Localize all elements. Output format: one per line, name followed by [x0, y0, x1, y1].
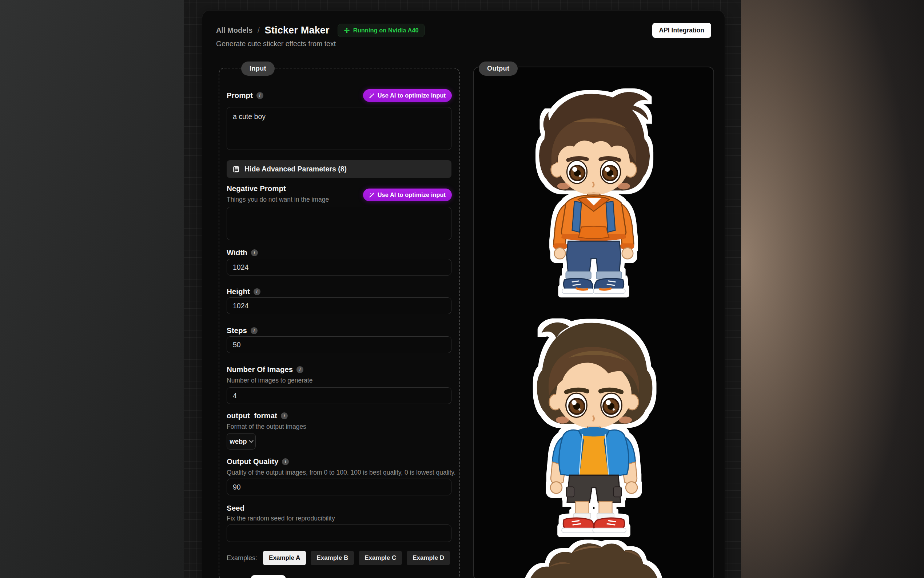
seed-label: Seed [227, 504, 244, 513]
negative-prompt-label: Negative Prompt [227, 184, 286, 193]
output-format-label-row: output_format [227, 411, 288, 420]
page-subtitle: Generate cute sticker effects from text [216, 40, 336, 48]
api-integration-button[interactable]: API Integration [652, 23, 711, 38]
magic-wand-icon [369, 192, 375, 198]
breadcrumb: All Models / Sticker Maker Running on Nv… [216, 24, 425, 37]
model-card: All Models / Sticker Maker Running on Nv… [202, 10, 725, 578]
output-image-3[interactable] [527, 540, 661, 578]
width-label-row: Width [227, 248, 258, 257]
info-icon[interactable] [256, 92, 264, 99]
list-icon [233, 166, 240, 173]
info-icon[interactable] [251, 249, 258, 256]
breadcrumb-separator: / [257, 26, 260, 34]
height-input[interactable] [227, 297, 451, 314]
seed-desc: Fix the random seed for reproducibility [227, 515, 335, 522]
output-image-2[interactable] [522, 312, 666, 536]
input-panel: Prompt Use AI to optimize input a cute b… [218, 68, 460, 578]
info-icon[interactable] [281, 412, 288, 419]
prompt-label-row: Prompt [227, 91, 264, 100]
num-images-label-row: Number Of Images [227, 365, 303, 374]
example-b-button[interactable]: Example B [311, 551, 354, 565]
output-panel [473, 67, 714, 578]
examples-row: Examples: Example A Example B Example C … [227, 551, 450, 565]
advanced-parameters-toggle[interactable]: Hide Advanced Parameters (8) [227, 160, 451, 178]
tab-input[interactable]: Input [241, 62, 275, 76]
steps-label-row: Steps [227, 326, 257, 335]
status-badge: Running on Nvidia A40 [338, 24, 425, 37]
tab-output[interactable]: Output [479, 62, 518, 76]
output-quality-input[interactable] [227, 479, 451, 495]
run-button[interactable]: Run [251, 575, 286, 578]
advanced-parameters-label: Hide Advanced Parameters (8) [244, 165, 347, 173]
breadcrumb-all-models-link[interactable]: All Models [216, 26, 252, 34]
output-quality-label-row: Output Quality [227, 457, 289, 466]
example-c-button[interactable]: Example C [359, 551, 402, 565]
optimize-negative-button[interactable]: Use AI to optimize input [363, 188, 452, 201]
negative-prompt-desc: Things you do not want in the image [227, 196, 329, 203]
output-image-1[interactable] [525, 83, 662, 298]
info-icon[interactable] [282, 458, 289, 465]
optimize-prompt-button[interactable]: Use AI to optimize input [363, 89, 452, 102]
example-d-button[interactable]: Example D [407, 551, 450, 565]
example-a-button[interactable]: Example A [263, 551, 306, 565]
num-images-input[interactable] [227, 387, 451, 404]
height-label-row: Height [227, 287, 261, 296]
width-input[interactable] [227, 259, 451, 276]
output-format-select[interactable]: webp [227, 433, 256, 450]
examples-label: Examples: [227, 554, 257, 562]
output-format-desc: Format of the output images [227, 423, 306, 430]
right-glow-background [741, 0, 924, 578]
info-icon[interactable] [296, 366, 303, 373]
prompt-textarea[interactable]: a cute boy [227, 107, 451, 150]
magic-wand-icon [369, 93, 375, 98]
page: All Models / Sticker Maker Running on Nv… [0, 0, 924, 578]
status-badge-label: Running on Nvidia A40 [353, 27, 419, 34]
info-icon[interactable] [251, 327, 257, 334]
left-gradient-background [0, 0, 184, 578]
negative-prompt-textarea[interactable] [227, 207, 451, 240]
gpu-fan-icon [344, 27, 350, 34]
page-title: Sticker Maker [265, 25, 330, 36]
prompt-label: Prompt [227, 91, 253, 100]
output-quality-desc: Quality of the output images, from 0 to … [227, 469, 456, 476]
chevron-down-icon [249, 438, 254, 443]
num-images-desc: Number of images to generate [227, 377, 312, 384]
info-icon[interactable] [254, 288, 261, 295]
seed-input[interactable] [227, 524, 451, 542]
steps-input[interactable] [227, 336, 451, 353]
